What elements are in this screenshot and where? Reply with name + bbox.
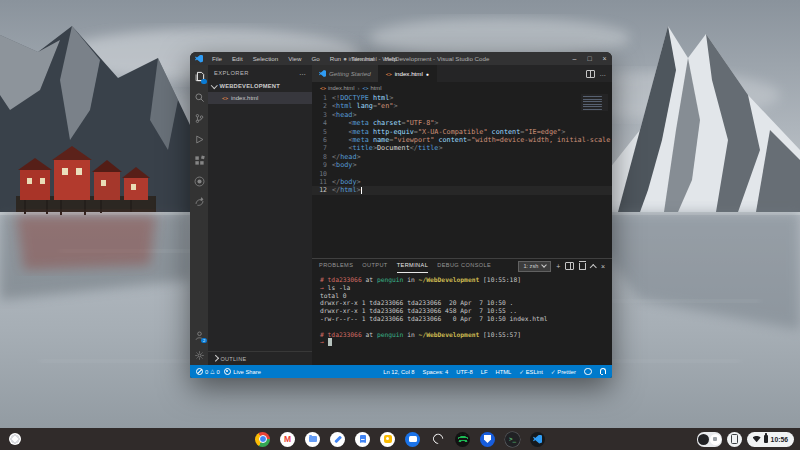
panel-tab-problems[interactable]: PROBLEMS	[319, 259, 353, 273]
panel-tab-debug-console[interactable]: DEBUG CONSOLE	[437, 259, 491, 273]
phone-hub-button[interactable]	[727, 432, 742, 447]
line-number: 1	[312, 94, 332, 102]
menu-view[interactable]: View	[284, 52, 305, 65]
code-line[interactable]: 5 <meta http-equiv="X-UA-Compatible" con…	[312, 128, 612, 136]
folder-row-webdevelopment[interactable]: WEBDEVELOPMENT	[208, 80, 312, 92]
shelf-app-canvas[interactable]	[330, 432, 345, 447]
shelf-app-gmail[interactable]: M	[280, 432, 295, 447]
code-line[interactable]: 7 <title>Document</title>	[312, 144, 612, 152]
menu-run[interactable]: Run	[326, 52, 345, 65]
status-utf-8[interactable]: UTF-8	[456, 369, 472, 375]
tab-getting-started[interactable]: Getting Started	[312, 65, 379, 82]
terminal-output[interactable]: # tda233066 at penguin in ~/WebDevelopme…	[312, 273, 612, 365]
source-control-icon[interactable]	[193, 112, 205, 124]
breadcrumb-item[interactable]: <>html	[362, 85, 381, 91]
close-button[interactable]: ×	[597, 52, 612, 65]
breadcrumb: <>index.html›<>html	[312, 82, 612, 93]
menu-edit[interactable]: Edit	[228, 52, 247, 65]
shelf-app-messages[interactable]	[405, 432, 420, 447]
files-icon	[309, 436, 317, 442]
minimap[interactable]	[581, 94, 608, 111]
notifications-bell-icon[interactable]	[600, 368, 607, 374]
shelf-app-docs[interactable]	[355, 432, 370, 447]
sidebar-more-icon[interactable]: …	[299, 70, 306, 76]
code-line[interactable]: 1<!DOCTYPE html>	[312, 94, 612, 102]
html-icon: <>	[362, 85, 368, 91]
status--prettier[interactable]: ✓ Prettier	[551, 369, 576, 375]
sidebar-header: EXPLORER …	[208, 65, 312, 80]
status-html[interactable]: HTML	[496, 369, 512, 375]
wifi-icon	[753, 436, 761, 443]
run-debug-icon[interactable]	[193, 133, 205, 145]
feedback-icon[interactable]	[584, 368, 592, 376]
shelf-app-terminal[interactable]: >_	[505, 432, 520, 447]
menu-selection[interactable]: Selection	[249, 52, 282, 65]
status-spaces-4[interactable]: Spaces: 4	[423, 369, 449, 375]
menu-file[interactable]: File	[208, 52, 226, 65]
file-row-index-html[interactable]: <> index.html	[208, 92, 312, 104]
settings-gear-icon[interactable]	[193, 349, 205, 361]
maximize-button[interactable]: □	[582, 52, 597, 65]
window-controls: –□×	[567, 52, 612, 65]
panel-tab-output[interactable]: OUTPUT	[362, 259, 387, 273]
phone-icon	[731, 434, 738, 444]
system-tray: 10:56	[697, 432, 794, 447]
tab-index.html[interactable]: <>index.html●	[379, 65, 437, 82]
shelf-app-vscode[interactable]	[530, 432, 545, 447]
shell-select[interactable]: 1: zsh	[518, 261, 551, 272]
live-share-icon[interactable]	[193, 196, 205, 208]
explorer-icon[interactable]	[193, 70, 205, 82]
code-line[interactable]: 4 <meta charset="UTF-8">	[312, 119, 612, 127]
code-line[interactable]: 10	[312, 170, 612, 178]
outline-section[interactable]: OUTLINE	[208, 351, 312, 365]
minimize-button[interactable]: –	[567, 52, 582, 65]
panel-tab-terminal[interactable]: TERMINAL	[397, 259, 428, 273]
launcher-button[interactable]	[9, 433, 21, 445]
account-icon[interactable]: 2	[193, 329, 205, 341]
terminal-line: drwxr-xr-x 1 tda233066 tda233066 20 Apr …	[320, 299, 604, 307]
clock: 10:56	[771, 436, 788, 443]
chromeos-desktop: FileEditSelectionViewGoRunTerminalHelp ●…	[0, 0, 800, 450]
code-editor[interactable]: 1<!DOCTYPE html>2<html lang="en">3<head>…	[312, 93, 612, 258]
maximize-panel-icon[interactable]	[590, 264, 596, 270]
error-icon	[196, 368, 203, 375]
close-panel-icon[interactable]: ×	[601, 262, 605, 271]
dirty-indicator[interactable]: ●	[426, 71, 429, 77]
shelf-app-spotify[interactable]	[455, 432, 470, 447]
code-line[interactable]: 2<html lang="en">	[312, 102, 612, 110]
live-share-icon	[224, 368, 232, 376]
notification-pill[interactable]	[697, 432, 722, 447]
breadcrumb-item[interactable]: <>index.html	[320, 85, 354, 91]
split-terminal-icon[interactable]	[565, 262, 574, 270]
code-line[interactable]: 6 <meta name="viewport" content="width=d…	[312, 136, 612, 144]
split-editor-icon[interactable]	[586, 70, 595, 78]
search-icon[interactable]	[193, 91, 205, 103]
code-line[interactable]: 11</body>	[312, 178, 612, 186]
code-line[interactable]: 8</head>	[312, 153, 612, 161]
shelf-app-chrome[interactable]	[255, 432, 270, 447]
extensions-icon[interactable]	[193, 154, 205, 166]
shelf-app-pocket-casts[interactable]	[430, 432, 445, 447]
new-terminal-icon[interactable]: +	[556, 262, 560, 271]
kill-terminal-icon[interactable]	[579, 263, 586, 270]
problems-status[interactable]: 0 △ 0	[196, 368, 220, 375]
code-line[interactable]: 3<head>	[312, 111, 612, 119]
vscode-window: FileEditSelectionViewGoRunTerminalHelp ●…	[190, 52, 612, 378]
editor-more-icon[interactable]: …	[600, 70, 607, 77]
menu-go[interactable]: Go	[307, 52, 323, 65]
status-ln-12-col-8[interactable]: Ln 12, Col 8	[383, 369, 414, 375]
code-line[interactable]: 9<body>	[312, 161, 612, 169]
status--eslint[interactable]: ✓ ESLint	[519, 369, 543, 375]
chevron-down-icon	[541, 262, 547, 268]
github-icon[interactable]	[193, 175, 205, 187]
tab-label: index.html	[395, 70, 423, 77]
code-line[interactable]: 12</html>	[312, 186, 612, 194]
shelf-app-files[interactable]	[305, 432, 320, 447]
shelf-app-keep[interactable]	[380, 432, 395, 447]
live-share-status[interactable]: Live Share	[224, 368, 261, 376]
status-area[interactable]: 10:56	[747, 432, 794, 447]
panel-header: PROBLEMSOUTPUTTERMINALDEBUG CONSOLE 1: z…	[312, 259, 612, 273]
shelf-app-bitwarden[interactable]	[480, 432, 495, 447]
terminal-glyph: >_	[509, 436, 516, 442]
status-lf[interactable]: LF	[481, 369, 488, 375]
